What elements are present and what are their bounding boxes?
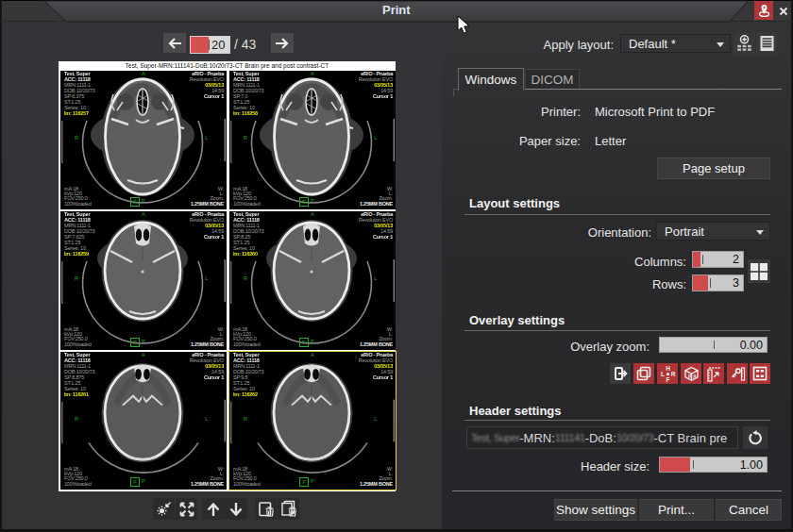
svg-text:L: L xyxy=(661,370,665,376)
svg-text:H: H xyxy=(666,366,670,372)
svg-text:R: R xyxy=(688,374,692,379)
svg-text:A: A xyxy=(693,374,697,379)
svg-text:F: F xyxy=(666,375,669,382)
svg-text:R: R xyxy=(670,370,675,376)
